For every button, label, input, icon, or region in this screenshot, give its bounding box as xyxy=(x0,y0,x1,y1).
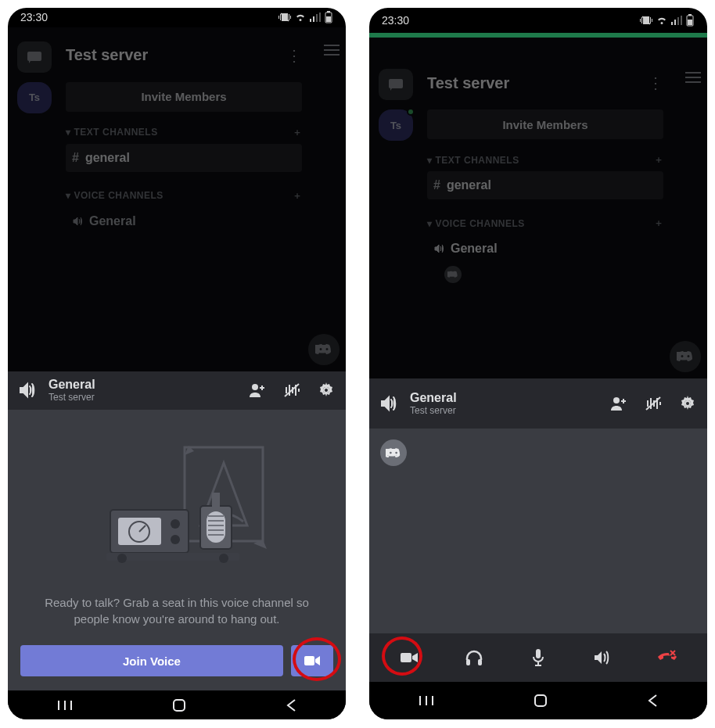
svg-rect-45 xyxy=(389,79,403,88)
voice-channels-header[interactable]: ▾VOICE CHANNELS ＋ xyxy=(66,189,302,203)
join-voice-button[interactable]: Join Voice xyxy=(20,645,283,676)
discord-channel-list: Ts Test server ⋮ Invite Members ▾TEXT CH… xyxy=(8,27,346,371)
svg-rect-40 xyxy=(677,17,679,25)
svg-rect-2 xyxy=(313,16,314,22)
hash-icon: # xyxy=(72,151,79,165)
dm-button[interactable] xyxy=(17,41,52,73)
svg-rect-43 xyxy=(688,14,692,16)
voice-channel-general[interactable]: General xyxy=(427,235,663,263)
add-user-icon[interactable] xyxy=(249,382,266,398)
home-button[interactable] xyxy=(171,698,187,713)
channels-column: Test server ⋮ Invite Members ▾TEXT CHANN… xyxy=(61,27,318,371)
speaker-icon[interactable] xyxy=(19,382,38,399)
status-time: 23:30 xyxy=(20,11,48,23)
server-title: Test server xyxy=(66,46,148,64)
add-text-channel-icon[interactable]: ＋ xyxy=(293,126,303,139)
voice-call-body xyxy=(369,429,707,633)
gear-icon[interactable] xyxy=(679,395,696,412)
discord-fab[interactable] xyxy=(670,341,701,372)
noise-suppression-icon[interactable] xyxy=(283,382,300,398)
svg-point-48 xyxy=(685,401,690,406)
svg-point-31 xyxy=(219,554,228,563)
guild-column: Ts xyxy=(8,27,61,371)
server-menu-icon[interactable]: ⋮ xyxy=(286,46,302,65)
text-channel-general[interactable]: # general xyxy=(66,144,302,172)
speaker-icon[interactable] xyxy=(380,395,399,412)
hash-icon: # xyxy=(433,178,440,192)
voice-empty-illustration xyxy=(67,432,286,580)
svg-rect-4 xyxy=(319,13,321,22)
status-bar: 23:30 xyxy=(8,8,346,27)
text-channels-header[interactable]: ▾TEXT CHANNELS ＋ xyxy=(427,153,663,167)
text-channels-header[interactable]: ▾TEXT CHANNELS ＋ xyxy=(66,126,302,139)
svg-point-46 xyxy=(613,397,620,403)
svg-point-9 xyxy=(252,384,258,390)
voice-channel-general[interactable]: General xyxy=(66,207,302,235)
battery-icon xyxy=(685,14,695,27)
speaker-toggle-button[interactable] xyxy=(584,639,621,676)
video-button[interactable] xyxy=(291,645,333,676)
add-text-channel-icon[interactable]: ＋ xyxy=(654,153,664,167)
svg-rect-51 xyxy=(478,659,482,665)
voice-panel-header: General Test server xyxy=(8,371,346,410)
microphone-button[interactable] xyxy=(519,639,557,676)
invite-members-button[interactable]: Invite Members xyxy=(427,109,663,139)
call-controls xyxy=(369,633,707,682)
participant-avatar[interactable] xyxy=(380,439,407,466)
discord-channel-list: Ts Test server ⋮ Invite Members ▾TEXT CH… xyxy=(369,38,707,378)
vibrate-icon xyxy=(640,15,652,26)
svg-rect-3 xyxy=(316,14,318,22)
voice-server-subtitle: Test server xyxy=(410,405,599,416)
phone-right: 23:30 Ts Test server ⋮ xyxy=(369,8,707,719)
svg-rect-1 xyxy=(310,19,311,22)
recents-button[interactable] xyxy=(57,699,73,712)
text-channel-general[interactable]: # general xyxy=(427,171,663,199)
wifi-icon xyxy=(656,15,668,26)
back-button[interactable] xyxy=(647,694,658,708)
svg-rect-7 xyxy=(326,16,331,22)
status-icons xyxy=(278,11,333,23)
home-button[interactable] xyxy=(533,693,548,708)
add-voice-channel-icon[interactable]: ＋ xyxy=(654,217,664,230)
voice-channel-title: General xyxy=(410,391,599,405)
svg-rect-41 xyxy=(681,16,682,25)
svg-rect-8 xyxy=(27,52,41,61)
status-time: 23:30 xyxy=(382,14,409,27)
hamburger-icon[interactable] xyxy=(679,38,707,378)
dm-button[interactable] xyxy=(379,69,413,100)
voice-panel-body: Ready to talk? Grab a seat in this voice… xyxy=(8,410,346,691)
noise-suppression-icon[interactable] xyxy=(645,396,662,411)
vibrate-icon xyxy=(278,12,291,23)
speaker-small-icon xyxy=(433,243,444,254)
signal-icon xyxy=(671,16,682,25)
add-voice-channel-icon[interactable]: ＋ xyxy=(293,189,303,203)
back-button[interactable] xyxy=(286,698,296,712)
server-title: Test server xyxy=(427,74,509,92)
voice-channels-header[interactable]: ▾VOICE CHANNELS ＋ xyxy=(427,217,663,230)
svg-rect-50 xyxy=(466,659,470,665)
discord-fab[interactable] xyxy=(308,334,340,365)
voice-channel-title: General xyxy=(49,378,238,392)
svg-rect-32 xyxy=(304,656,314,665)
svg-rect-52 xyxy=(536,649,541,658)
hamburger-icon[interactable] xyxy=(318,27,346,371)
android-navbar xyxy=(8,690,346,719)
camera-toggle-button[interactable] xyxy=(390,639,428,676)
status-icons xyxy=(640,14,695,27)
add-user-icon[interactable] xyxy=(610,396,627,411)
recents-button[interactable] xyxy=(419,694,434,707)
guild-column: Ts xyxy=(369,38,422,378)
phone-left: 23:30 Ts Test server ⋮ Invite Members xyxy=(8,8,346,719)
headphones-button[interactable] xyxy=(455,639,493,676)
voice-participant-avatar[interactable] xyxy=(444,266,462,283)
hangup-button[interactable] xyxy=(649,639,686,676)
channels-column: Test server ⋮ Invite Members ▾TEXT CHANN… xyxy=(422,38,679,378)
server-avatar[interactable]: Ts xyxy=(17,82,52,113)
invite-members-button[interactable]: Invite Members xyxy=(66,82,302,112)
svg-point-20 xyxy=(171,535,180,544)
svg-point-30 xyxy=(117,554,127,563)
voice-prompt-text: Ready to talk? Grab a seat in this voice… xyxy=(29,594,325,629)
server-menu-icon[interactable]: ⋮ xyxy=(648,74,663,92)
gear-icon[interactable] xyxy=(318,382,335,399)
android-navbar xyxy=(369,682,707,719)
